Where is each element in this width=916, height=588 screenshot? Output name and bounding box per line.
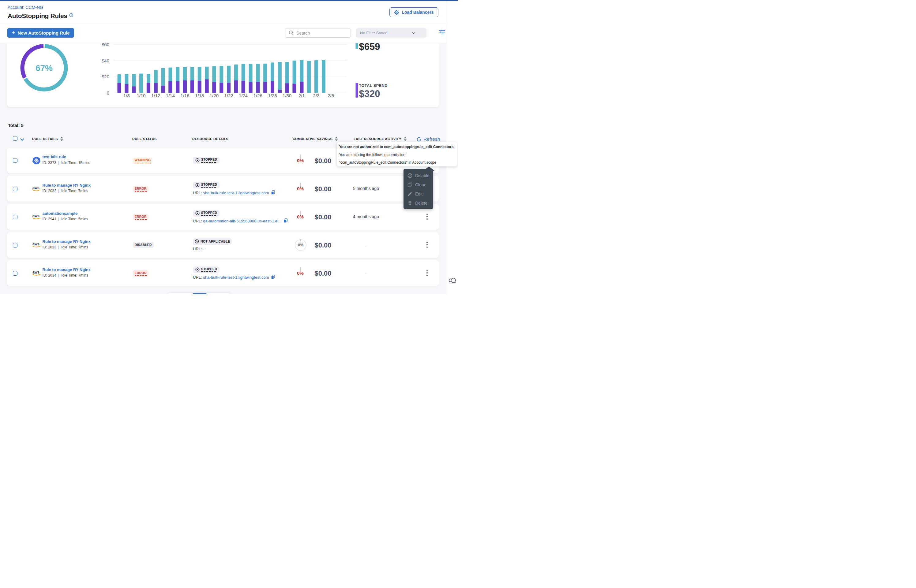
svg-text:1/24: 1/24 [239,93,248,98]
svg-text:2/5: 2/5 [328,93,334,98]
svg-text:aws: aws [32,214,39,218]
svg-text:1/16: 1/16 [180,93,189,98]
svg-text:aws: aws [32,270,39,275]
svg-text:$60: $60 [102,43,109,47]
svg-text:$20: $20 [102,74,109,79]
svg-text:aws: aws [32,242,39,246]
svg-text:1/18: 1/18 [195,93,204,98]
svg-text:1/14: 1/14 [166,93,175,98]
svg-text:1/28: 1/28 [268,93,277,98]
svg-text:$659: $659 [359,43,380,52]
svg-text:$320: $320 [359,89,380,99]
svg-text:1/8: 1/8 [123,93,130,98]
svg-text:1/20: 1/20 [210,93,218,98]
svg-text:0: 0 [107,90,109,95]
svg-text:1/10: 1/10 [136,93,146,98]
svg-text:1/22: 1/22 [224,93,233,98]
svg-text:2/1: 2/1 [298,93,305,98]
svg-text:TOTAL SPEND: TOTAL SPEND [359,83,388,87]
svg-text:2/3: 2/3 [313,93,320,98]
svg-text:1/12: 1/12 [151,93,160,98]
svg-text:1/30: 1/30 [283,93,291,98]
svg-text:1/26: 1/26 [254,93,262,98]
svg-text:67%: 67% [36,63,53,73]
svg-text:$40: $40 [102,58,109,63]
svg-text:aws: aws [32,186,39,190]
